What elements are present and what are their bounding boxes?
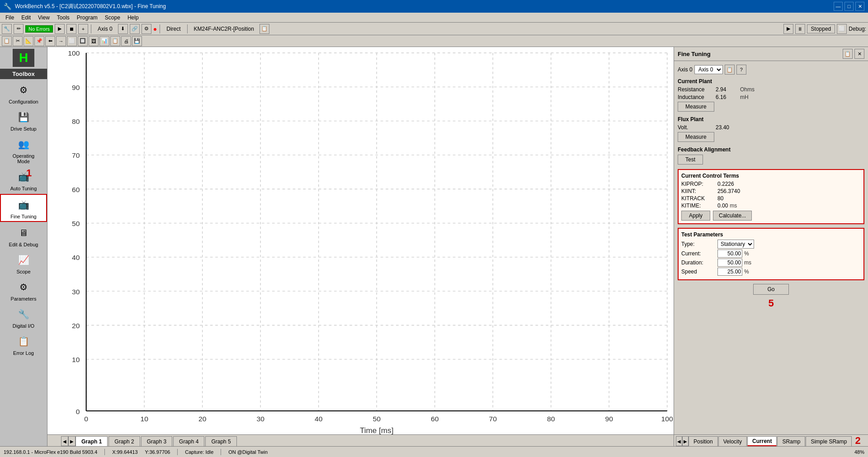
menu-file[interactable]: File <box>2 14 18 22</box>
status-sep3 <box>221 449 221 455</box>
right-tab-current[interactable]: Current <box>747 436 777 446</box>
tb2-btn12[interactable]: 🖨 <box>121 36 131 46</box>
tp-duration-input[interactable] <box>717 259 742 267</box>
tb2-btn6[interactable]: → <box>56 36 66 46</box>
menu-view[interactable]: View <box>34 14 53 22</box>
menu-scope[interactable]: Scope <box>101 14 124 22</box>
menu-tools[interactable]: Tools <box>53 14 73 22</box>
tb2-btn3[interactable]: 📐 <box>24 36 33 46</box>
toolbar-run[interactable]: ▶ <box>783 24 793 34</box>
inductance-value: 6.16 <box>716 94 738 100</box>
operating-icon: 👥 <box>15 136 32 152</box>
axis-connect[interactable]: 🔗 <box>130 24 140 34</box>
right-tab-nav: ◀ ▶ <box>676 436 689 446</box>
sidebar-item-auto-tuning[interactable]: 📺 Auto Tuning <box>0 167 47 193</box>
tp-current-input[interactable] <box>717 250 742 258</box>
flux-plant-measure-btn[interactable]: Measure <box>678 132 714 142</box>
sidebar: H Toolbox ⚙ Configuration 💾 Drive Setup … <box>0 47 47 446</box>
menu-edit[interactable]: Edit <box>18 14 34 22</box>
inductance-unit: mH <box>740 94 749 100</box>
svg-text:100: 100 <box>68 50 80 57</box>
axis-selector: Axis 0 Axis 0 📋 ? <box>678 65 864 75</box>
axis-dropdown[interactable]: Axis 0 <box>694 65 723 74</box>
right-tab-sramp[interactable]: SRamp <box>777 436 805 446</box>
maximize-button[interactable]: □ <box>844 2 854 11</box>
graph-tab-1[interactable]: Graph 1 <box>75 436 108 446</box>
sidebar-item-digital-io[interactable]: 🔧 Digital I/O <box>0 304 47 330</box>
menu-program[interactable]: Program <box>73 14 101 22</box>
go-button[interactable]: Go <box>753 284 788 295</box>
tp-title: Test Parameters <box>681 231 861 238</box>
flux-plant-title: Flux Plant <box>678 116 864 122</box>
sidebar-item-edit-debug[interactable]: 🖥 Edit & Debug <box>0 223 47 249</box>
digital-io-icon: 🔧 <box>15 306 32 322</box>
axis-icon-btn[interactable]: 📋 <box>725 65 735 75</box>
toolbar-add[interactable]: + <box>78 24 88 34</box>
minimize-button[interactable]: — <box>834 2 843 11</box>
panel-copy-btn[interactable]: 📋 <box>843 49 853 59</box>
sidebar-item-parameters[interactable]: ⚙ Parameters <box>0 277 47 303</box>
graph-tab-3[interactable]: Graph 3 <box>141 436 172 446</box>
scope-label: Scope <box>16 269 30 274</box>
fine-tuning-label: Fine Tuning <box>10 214 36 219</box>
close-button[interactable]: ✕ <box>855 2 864 11</box>
tp-speed-label: Speed <box>681 269 717 275</box>
panel-header-buttons: 📋 ✕ <box>843 49 864 59</box>
sidebar-item-scope[interactable]: 📈 Scope <box>0 250 47 276</box>
right-tab-nav-left[interactable]: ◀ <box>676 436 682 446</box>
graph-tab-4[interactable]: Graph 4 <box>173 436 204 446</box>
axis-select-label: Axis 0 <box>678 66 693 73</box>
current-control-terms-box: Current Control Terms KIPROP: 0.2226 KII… <box>678 169 864 224</box>
sidebar-item-operating[interactable]: 👥 OperatingMode <box>0 134 47 166</box>
toolbar-pause[interactable]: ⏸ <box>795 24 805 34</box>
right-tab-position[interactable]: Position <box>689 436 718 446</box>
menu-help[interactable]: Help <box>124 14 142 22</box>
right-tab-velocity[interactable]: Velocity <box>718 436 747 446</box>
tb2-btn1[interactable]: 📋 <box>2 36 12 46</box>
calculate-button[interactable]: Calculate... <box>713 211 752 221</box>
tb2-btn4[interactable]: 📌 <box>34 36 44 46</box>
right-tab-simple-sramp[interactable]: Simple SRamp <box>806 436 852 446</box>
svg-text:50: 50 <box>373 415 380 423</box>
right-tab-nav-right[interactable]: ▶ <box>682 436 689 446</box>
axis-config[interactable]: ⚙ <box>142 24 151 34</box>
toolbar-play[interactable]: ▶ <box>55 24 65 34</box>
device-config[interactable]: 📋 <box>259 24 269 34</box>
tb2-btn5[interactable]: ⬅ <box>45 36 55 46</box>
graph-nav-left[interactable]: ◀ <box>61 436 68 446</box>
sidebar-item-fine-tuning[interactable]: 📺 Fine Tuning <box>0 194 47 222</box>
tb2-btn8[interactable]: 🔲 <box>78 36 88 46</box>
tb2-btn13[interactable]: 💾 <box>132 36 142 46</box>
svg-text:90: 90 <box>605 415 613 423</box>
tp-type-select[interactable]: Stationary <box>717 240 754 249</box>
graph-tab-2[interactable]: Graph 2 <box>108 436 140 446</box>
sidebar-item-drive-setup[interactable]: 💾 Drive Setup <box>0 107 47 133</box>
toolbar-stop[interactable]: ⏹ <box>66 24 76 34</box>
feedback-test-btn[interactable]: Test <box>678 155 703 165</box>
tb2-btn11[interactable]: 📋 <box>110 36 120 46</box>
sidebar-item-configuration[interactable]: ⚙ Configuration <box>0 80 47 106</box>
tp-type-label: Type: <box>681 241 717 247</box>
apply-button[interactable]: Apply <box>681 211 710 221</box>
debug-frame[interactable]: ⬜ <box>837 24 847 34</box>
operating-label: OperatingMode <box>13 153 34 164</box>
statusbar: 192.168.0.1 - MicroFlex e190 Build 5903.… <box>0 446 868 457</box>
tb2-btn9[interactable]: 🖼 <box>89 36 99 46</box>
toolbar-icon1[interactable]: 🔧 <box>2 24 12 34</box>
tb2-btn10[interactable]: 📊 <box>99 36 109 46</box>
tp-duration-label: Duration: <box>681 259 717 266</box>
axis-dropdown-btn[interactable]: ⬇ <box>118 24 128 34</box>
sidebar-item-error-log[interactable]: 📋 Error Log <box>0 331 47 358</box>
tb2-btn2[interactable]: ✂ <box>13 36 23 46</box>
toolbar-icon2[interactable]: ✏ <box>14 24 24 34</box>
current-plant-measure-btn[interactable]: Measure <box>678 102 714 112</box>
annotation-2: 2 <box>855 435 860 447</box>
graph-tab-5[interactable]: Graph 5 <box>205 436 236 446</box>
no-errors-badge: No Errors <box>25 25 53 33</box>
axis-help-btn[interactable]: ? <box>736 65 746 75</box>
graph-nav-right[interactable]: ▶ <box>68 436 75 446</box>
tb2-btn7[interactable]: ⬜ <box>67 36 77 46</box>
svg-text:90: 90 <box>72 84 80 91</box>
panel-close-btn[interactable]: ✕ <box>854 49 864 59</box>
tp-speed-input[interactable] <box>717 268 742 276</box>
